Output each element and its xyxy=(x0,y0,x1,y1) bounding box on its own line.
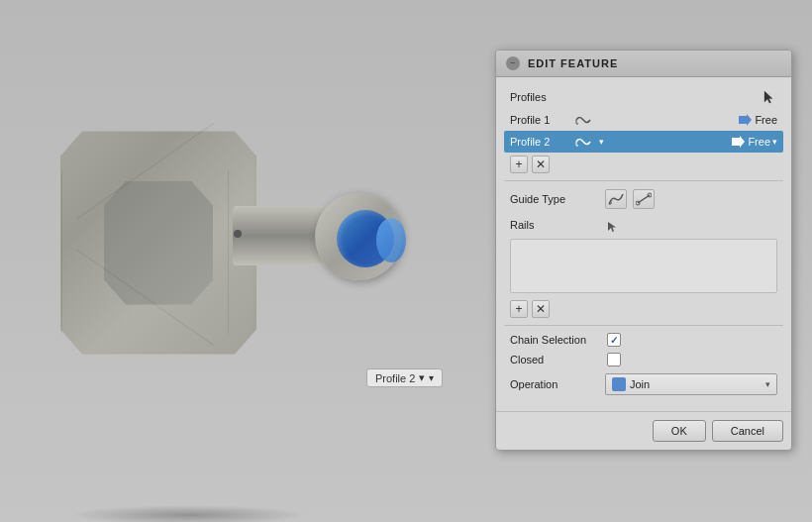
profile-1-free-dropdown[interactable]: Free xyxy=(739,114,777,126)
operation-dropdown-arrow: ▾ xyxy=(765,379,770,389)
profiles-cursor-icon xyxy=(761,89,777,105)
svg-rect-4 xyxy=(613,381,619,387)
operation-label: Operation xyxy=(510,378,599,390)
profile-1-free-label: Free xyxy=(755,114,777,126)
guide-type-btn-2[interactable] xyxy=(633,189,655,209)
profile-2-free-label: Free xyxy=(748,136,770,148)
operation-dropdown[interactable]: Join ▾ xyxy=(605,373,777,395)
panel-collapse-icon[interactable] xyxy=(506,56,520,70)
profile-row-1[interactable]: Profile 1 Free xyxy=(504,109,783,131)
profiles-add-button[interactable]: + xyxy=(510,156,528,173)
rails-empty-box xyxy=(510,239,777,293)
profile-2-free-arrow: ▾ xyxy=(772,137,777,147)
rails-remove-button[interactable]: ✕ xyxy=(532,300,550,318)
rails-label: Rails xyxy=(510,217,599,231)
model-profile-label[interactable]: Profile 2 ▾ xyxy=(366,368,443,387)
chain-selection-row: Chain Selection xyxy=(504,330,783,350)
profiles-add-remove: + ✕ xyxy=(504,153,783,176)
closed-label: Closed xyxy=(510,354,599,365)
panel-title: EDIT FEATURE xyxy=(528,57,618,69)
profile-1-name: Profile 1 xyxy=(510,114,569,126)
divider-2 xyxy=(504,325,783,326)
guide-type-label: Guide Type xyxy=(510,193,599,205)
profiles-label: Profiles xyxy=(510,91,756,103)
guide-type-btn-1[interactable] xyxy=(605,189,627,209)
profiles-header: Profiles xyxy=(504,85,783,109)
knob-highlight xyxy=(376,218,406,262)
plate-line-3 xyxy=(61,170,62,334)
operation-row: Operation Join ▾ xyxy=(504,369,783,399)
panel-header: EDIT FEATURE xyxy=(496,51,791,77)
profile-1-icon xyxy=(573,112,593,128)
plate-line-4 xyxy=(228,170,229,334)
operation-join-icon xyxy=(612,377,626,391)
edit-feature-panel: EDIT FEATURE Profiles Profile 1 xyxy=(495,50,792,451)
cancel-button[interactable]: Cancel xyxy=(712,420,783,442)
ok-button[interactable]: OK xyxy=(653,420,706,442)
profiles-remove-button[interactable]: ✕ xyxy=(532,156,550,173)
closed-checkbox[interactable] xyxy=(607,353,621,366)
chain-selection-checkbox[interactable] xyxy=(607,333,621,347)
rails-add-button[interactable]: + xyxy=(510,300,528,318)
rails-cursor-icon xyxy=(605,219,621,235)
operation-value: Join xyxy=(630,378,761,390)
profile-2-name: Profile 2 xyxy=(510,136,569,148)
divider-1 xyxy=(504,180,783,181)
rails-row: Rails xyxy=(504,213,783,239)
svg-marker-1 xyxy=(732,136,745,148)
profile-2-icon xyxy=(573,134,593,150)
svg-rect-5 xyxy=(619,381,625,387)
profile-row-2[interactable]: Profile 2 ▾ Free ▾ xyxy=(504,131,783,153)
rails-add-remove: + ✕ xyxy=(504,297,783,321)
guide-type-icons xyxy=(605,189,655,209)
svg-marker-0 xyxy=(739,114,752,126)
guide-type-row: Guide Type xyxy=(504,185,783,213)
model-shadow xyxy=(69,505,307,522)
panel-body: Profiles Profile 1 Free xyxy=(496,77,791,407)
closed-row: Closed xyxy=(504,350,783,369)
panel-footer: OK Cancel xyxy=(496,411,791,450)
center-dot xyxy=(234,230,242,238)
3d-model: Profile 2 ▾ xyxy=(40,99,416,436)
model-label-text: Profile 2 xyxy=(375,372,415,384)
rails-box-container xyxy=(504,239,783,297)
chain-selection-label: Chain Selection xyxy=(510,334,599,346)
profile-2-dropdown-arrow[interactable]: ▾ xyxy=(599,137,604,147)
model-label-arrow: ▾ xyxy=(419,371,425,384)
profile-2-free-dropdown[interactable]: Free ▾ xyxy=(732,136,777,148)
